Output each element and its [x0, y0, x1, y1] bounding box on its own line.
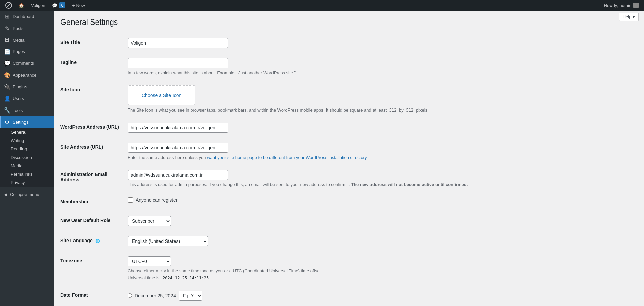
site-name-item[interactable]: Voligen [28, 0, 48, 11]
site-address-description: Enter the same address here unless you w… [128, 155, 634, 160]
site-language-select[interactable]: English (United States) Turkish [128, 236, 208, 246]
submenu-general[interactable]: General [0, 128, 54, 136]
site-title-input[interactable] [128, 38, 228, 48]
site-icon-code1: 512 [388, 107, 398, 113]
sidebar-item-users[interactable]: 👤 Users [0, 93, 54, 104]
sidebar-item-appearance[interactable]: 🎨 Appearance [0, 69, 54, 81]
site-icon-code2: 512 [405, 107, 415, 113]
submenu-permalinks[interactable]: Permalinks [0, 170, 54, 178]
appearance-icon: 🎨 [4, 72, 10, 78]
admin-email-label: Administration Email Address [60, 165, 128, 192]
new-user-role-label: New User Default Role [60, 211, 128, 231]
tagline-description: In a few words, explain what this site i… [128, 70, 634, 75]
site-address-input[interactable] [128, 143, 228, 153]
pages-icon: 📄 [4, 48, 10, 55]
site-title-label: Site Title [60, 33, 128, 53]
wp-address-input[interactable] [128, 123, 228, 133]
admin-email-row: Administration Email Address This addres… [60, 165, 637, 192]
date-format-radio-label[interactable]: December 25, 2024 F j, Y [128, 291, 634, 301]
site-language-label: Site Language 🌐 [60, 231, 128, 251]
wp-address-label: WordPress Address (URL) [60, 118, 128, 138]
new-content-item[interactable]: + New [69, 0, 87, 11]
home-icon: 🏠 [19, 3, 24, 8]
submenu-media[interactable]: Media [0, 162, 54, 170]
submenu-label-discussion: Discussion [11, 155, 32, 160]
sidebar-item-tools[interactable]: 🔧 Tools [0, 104, 54, 116]
submenu-label-reading: Reading [11, 146, 27, 151]
site-address-link[interactable]: want your site home page to be different… [207, 155, 366, 160]
membership-checkbox-text: Anyone can register [136, 197, 178, 203]
posts-icon: ✎ [4, 25, 10, 32]
site-icon-button[interactable]: Choose a Site Icon [128, 85, 195, 105]
home-icon-item[interactable]: 🏠 [16, 0, 27, 11]
avatar [633, 3, 639, 8]
settings-form: Site Title Tagline In a few words, expla… [60, 33, 637, 306]
sidebar-item-comments[interactable]: 💬 Comments [0, 57, 54, 69]
settings-submenu: General Writing Reading Discussion Media… [0, 128, 54, 187]
submenu-label-privacy: Privacy [11, 180, 25, 185]
dashboard-icon: ⊞ [4, 13, 10, 20]
universal-time-value: 2024-12-25 14:11:25 [161, 275, 211, 281]
membership-checkbox-label[interactable]: Anyone can register [128, 197, 634, 203]
universal-time: Universal time is 2024-12-25 14:11:25. [128, 275, 634, 280]
submenu-privacy[interactable]: Privacy [0, 178, 54, 187]
users-icon: 👤 [4, 95, 10, 102]
submenu-label-media: Media [11, 163, 22, 168]
date-format-value: December 25, 2024 [135, 293, 176, 298]
sidebar-label-plugins: Plugins [13, 84, 27, 89]
site-address-label: Site Address (URL) [60, 138, 128, 165]
timezone-select[interactable]: UTC+0 UTC+1 UTC+2 UTC+3 UTC-5 UTC-8 [128, 256, 171, 266]
comments-count: 0 [59, 2, 66, 8]
admin-email-warning: The new address will not become active u… [351, 182, 468, 187]
media-icon: 🖼 [4, 37, 10, 43]
tagline-row: Tagline In a few words, explain what thi… [60, 53, 637, 80]
membership-label: Membership [60, 192, 128, 211]
sidebar-label-comments: Comments [13, 61, 34, 66]
sidebar-item-settings[interactable]: ⚙ Settings [0, 116, 54, 128]
wp-logo[interactable] [3, 0, 15, 11]
sidebar-item-pages[interactable]: 📄 Pages [0, 46, 54, 57]
sidebar-item-posts[interactable]: ✎ Posts [0, 23, 54, 34]
help-label: Help ▾ [623, 14, 635, 19]
page-title: General Settings [60, 17, 637, 28]
settings-icon: ⚙ [4, 119, 10, 125]
admin-email-input[interactable] [128, 170, 228, 180]
timezone-row: Timezone UTC+0 UTC+1 UTC+2 UTC+3 UTC-5 U… [60, 251, 637, 286]
help-button[interactable]: Help ▾ [619, 13, 639, 21]
new-user-role-select[interactable]: Subscriber Contributor Author Editor Adm… [128, 216, 171, 226]
new-user-role-row: New User Default Role Subscriber Contrib… [60, 211, 637, 231]
collapse-arrow-icon: ◀ [4, 192, 7, 197]
submenu-writing[interactable]: Writing [0, 136, 54, 145]
new-content-label: + New [72, 3, 85, 8]
main-content: General Settings Site Title Tagline [54, 11, 644, 306]
tagline-input[interactable] [128, 58, 228, 68]
date-format-radio[interactable] [128, 293, 132, 298]
site-address-row: Site Address (URL) Enter the same addres… [60, 138, 637, 165]
comments-menu-icon: 💬 [4, 60, 10, 67]
submenu-label-general: General [11, 130, 26, 135]
date-format-label: Date Format [60, 286, 128, 306]
sidebar-item-plugins[interactable]: 🔌 Plugins [0, 81, 54, 93]
membership-checkbox[interactable] [128, 197, 133, 203]
sidebar-label-posts: Posts [13, 26, 24, 31]
admin-menu: ⊞ Dashboard ✎ Posts 🖼 Media 📄 Pages 💬 Co… [0, 11, 54, 306]
tagline-label: Tagline [60, 53, 128, 80]
submenu-label-writing: Writing [11, 138, 24, 143]
sidebar-item-dashboard[interactable]: ⊞ Dashboard [0, 11, 54, 23]
wp-address-row: WordPress Address (URL) [60, 118, 637, 138]
admin-bar: 🏠 Voligen 💬 0 + New Howdy, admin [0, 0, 644, 11]
sidebar-label-tools: Tools [13, 108, 23, 113]
sidebar-label-dashboard: Dashboard [13, 14, 34, 19]
collapse-menu[interactable]: ◀ Collapse menu [0, 189, 54, 200]
collapse-menu-label: Collapse menu [10, 192, 39, 197]
sidebar-item-media[interactable]: 🖼 Media [0, 34, 54, 46]
tools-icon: 🔧 [4, 107, 10, 114]
comments-item[interactable]: 💬 0 [49, 0, 68, 11]
howdy-text: Howdy, admin [604, 3, 631, 8]
date-format-row: Date Format December 25, 2024 F j, Y [60, 286, 637, 306]
sidebar-label-settings: Settings [13, 120, 29, 125]
timezone-description: Choose either a city in the same timezon… [128, 268, 634, 273]
date-format-select[interactable]: F j, Y [179, 291, 202, 301]
submenu-reading[interactable]: Reading [0, 145, 54, 153]
submenu-discussion[interactable]: Discussion [0, 153, 54, 162]
